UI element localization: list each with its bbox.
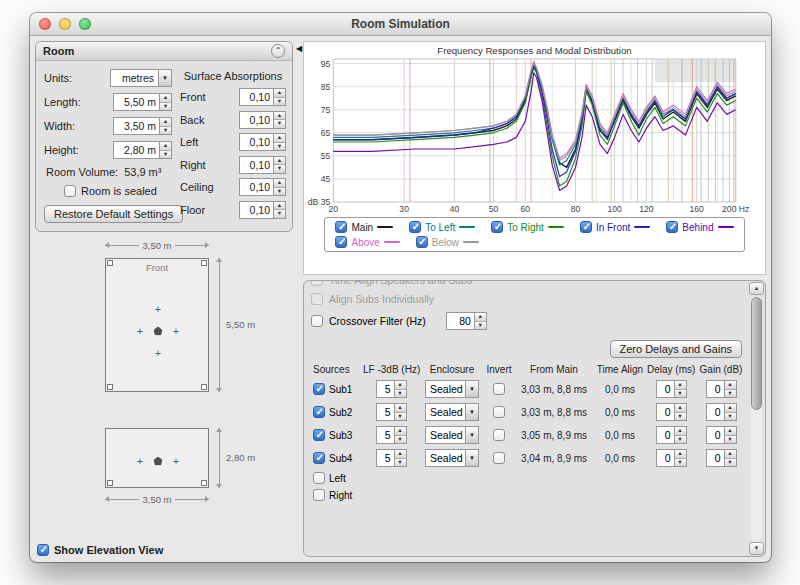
legend-checkbox-behind[interactable] bbox=[666, 221, 678, 233]
sub3-delay-spinner-increment-icon[interactable]: ▲ bbox=[675, 427, 686, 436]
sub4-gain-spinner-decrement-icon[interactable]: ▼ bbox=[725, 459, 736, 467]
minimize-button[interactable] bbox=[59, 18, 71, 30]
sub1-gain-spinner-value[interactable]: 0 bbox=[706, 380, 724, 398]
frequency-response-chart[interactable]: 958575655545dB 3520304050608010012016020… bbox=[306, 44, 763, 214]
sub2-enclosure-combo[interactable]: Sealed▼ bbox=[425, 403, 479, 421]
sub4-invert-checkbox[interactable] bbox=[493, 452, 505, 464]
absorption-right-spinner-decrement-icon[interactable]: ▼ bbox=[274, 165, 285, 173]
sub1-lf-spinner-decrement-icon[interactable]: ▼ bbox=[395, 390, 406, 398]
position-marker[interactable]: + bbox=[173, 326, 179, 337]
room-height-spinner-value[interactable]: 2,80 m bbox=[113, 141, 159, 159]
collapse-panel-icon[interactable]: ⌃ bbox=[271, 44, 285, 58]
legend-checkbox-in-front[interactable] bbox=[580, 221, 592, 233]
corner-handle[interactable] bbox=[201, 384, 207, 390]
room-width-spinner-decrement-icon[interactable]: ▼ bbox=[160, 127, 171, 135]
crossover-filter-spinner-increment-icon[interactable]: ▲ bbox=[475, 313, 486, 322]
legend-checkbox-below[interactable] bbox=[416, 236, 428, 248]
show-elevation-checkbox[interactable] bbox=[37, 544, 49, 556]
sub3-gain-spinner-value[interactable]: 0 bbox=[706, 426, 724, 444]
corner-handle[interactable] bbox=[201, 480, 207, 486]
speaker-icon[interactable] bbox=[154, 457, 163, 466]
left-checkbox[interactable] bbox=[313, 472, 325, 484]
room-height-spinner-increment-icon[interactable]: ▲ bbox=[160, 142, 171, 151]
absorption-right-spinner-increment-icon[interactable]: ▲ bbox=[274, 157, 285, 166]
sub1-gain-spinner-decrement-icon[interactable]: ▼ bbox=[725, 390, 736, 398]
room-width-spinner-increment-icon[interactable]: ▲ bbox=[160, 118, 171, 127]
chevron-down-icon[interactable]: ▼ bbox=[158, 69, 172, 87]
absorption-floor-spinner-decrement-icon[interactable]: ▼ bbox=[274, 210, 285, 218]
sub2-gain-spinner-decrement-icon[interactable]: ▼ bbox=[725, 413, 736, 421]
chevron-down-icon[interactable]: ▼ bbox=[465, 403, 479, 421]
chevron-down-icon[interactable]: ▼ bbox=[465, 426, 479, 444]
room-length-spinner-decrement-icon[interactable]: ▼ bbox=[160, 103, 171, 111]
absorption-ceiling-spinner-decrement-icon[interactable]: ▼ bbox=[274, 188, 285, 196]
sub2-checkbox[interactable] bbox=[313, 406, 325, 418]
sub2-gain-spinner-value[interactable]: 0 bbox=[706, 403, 724, 421]
sub4-delay-spinner-value[interactable]: 0 bbox=[656, 449, 674, 467]
sub4-delay-spinner-decrement-icon[interactable]: ▼ bbox=[675, 459, 686, 467]
sub4-lf-spinner-decrement-icon[interactable]: ▼ bbox=[395, 459, 406, 467]
scrollbar-thumb[interactable] bbox=[751, 297, 762, 410]
corner-handle[interactable] bbox=[201, 260, 207, 266]
absorption-back-spinner-increment-icon[interactable]: ▲ bbox=[274, 112, 285, 121]
legend-checkbox-to-right[interactable] bbox=[491, 221, 503, 233]
sub1-lf-spinner-increment-icon[interactable]: ▲ bbox=[395, 381, 406, 390]
legend-checkbox-to-left[interactable] bbox=[409, 221, 421, 233]
room-width-spinner-value[interactable]: 3,50 m bbox=[113, 117, 159, 135]
zero-delays-gains-button[interactable]: Zero Delays and Gains bbox=[610, 340, 743, 358]
restore-defaults-button[interactable]: Restore Default Settings bbox=[44, 205, 183, 223]
room-panel-header[interactable]: Room ⌃ bbox=[36, 42, 292, 61]
sub3-delay-spinner-value[interactable]: 0 bbox=[656, 426, 674, 444]
sub4-lf-spinner-increment-icon[interactable]: ▲ bbox=[395, 450, 406, 459]
sub4-delay-spinner-increment-icon[interactable]: ▲ bbox=[675, 450, 686, 459]
sub4-checkbox[interactable] bbox=[313, 452, 325, 464]
sub1-checkbox[interactable] bbox=[313, 383, 325, 395]
corner-handle[interactable] bbox=[107, 260, 113, 266]
splitter-collapse-arrow[interactable]: ◀ bbox=[296, 44, 302, 53]
sub2-lf-spinner-value[interactable]: 5 bbox=[376, 403, 394, 421]
sub1-lf-spinner-value[interactable]: 5 bbox=[376, 380, 394, 398]
sub1-enclosure-combo[interactable]: Sealed▼ bbox=[425, 380, 479, 398]
sub3-enclosure-combo-value[interactable]: Sealed bbox=[425, 426, 465, 444]
chevron-down-icon[interactable]: ▼ bbox=[465, 380, 479, 398]
absorption-front-spinner-value[interactable]: 0,10 bbox=[239, 88, 273, 106]
sub4-gain-spinner-increment-icon[interactable]: ▲ bbox=[725, 450, 736, 459]
corner-handle[interactable] bbox=[107, 480, 113, 486]
corner-handle[interactable] bbox=[107, 384, 113, 390]
sub4-gain-spinner-value[interactable]: 0 bbox=[706, 449, 724, 467]
absorption-front-spinner-decrement-icon[interactable]: ▼ bbox=[274, 98, 285, 106]
crossover-filter-spinner-value[interactable]: 80 bbox=[446, 312, 474, 330]
scrollbar-track[interactable] bbox=[751, 296, 762, 541]
sub4-enclosure-combo[interactable]: Sealed▼ bbox=[425, 449, 479, 467]
sub1-delay-spinner-decrement-icon[interactable]: ▼ bbox=[675, 390, 686, 398]
sub1-gain-spinner-increment-icon[interactable]: ▲ bbox=[725, 381, 736, 390]
sub2-enclosure-combo-value[interactable]: Sealed bbox=[425, 403, 465, 421]
titlebar[interactable]: Room Simulation bbox=[30, 13, 771, 36]
right-checkbox[interactable] bbox=[313, 489, 325, 501]
absorption-left-spinner-decrement-icon[interactable]: ▼ bbox=[274, 143, 285, 151]
scroll-down-icon[interactable]: ▼ bbox=[749, 542, 764, 555]
chevron-down-icon[interactable]: ▼ bbox=[465, 449, 479, 467]
absorption-floor-spinner-increment-icon[interactable]: ▲ bbox=[274, 202, 285, 211]
absorption-back-spinner-decrement-icon[interactable]: ▼ bbox=[274, 120, 285, 128]
sub3-delay-spinner-decrement-icon[interactable]: ▼ bbox=[675, 436, 686, 444]
sub2-lf-spinner-decrement-icon[interactable]: ▼ bbox=[395, 413, 406, 421]
elevation-view[interactable]: + + bbox=[105, 428, 209, 488]
plan-view[interactable]: Front + + + + bbox=[105, 258, 209, 392]
sub4-lf-spinner-value[interactable]: 5 bbox=[376, 449, 394, 467]
sub3-gain-spinner-decrement-icon[interactable]: ▼ bbox=[725, 436, 736, 444]
scroll-up-icon[interactable]: ▲ bbox=[749, 282, 764, 295]
absorption-back-spinner-value[interactable]: 0,10 bbox=[239, 111, 273, 129]
sub2-delay-spinner-value[interactable]: 0 bbox=[656, 403, 674, 421]
room-length-spinner-value[interactable]: 5,50 m bbox=[113, 93, 159, 111]
sub3-enclosure-combo[interactable]: Sealed▼ bbox=[425, 426, 479, 444]
absorption-left-spinner-increment-icon[interactable]: ▲ bbox=[274, 134, 285, 143]
sub2-lf-spinner-increment-icon[interactable]: ▲ bbox=[395, 404, 406, 413]
sub3-invert-checkbox[interactable] bbox=[493, 429, 505, 441]
absorption-floor-spinner-value[interactable]: 0,10 bbox=[239, 201, 273, 219]
sub3-checkbox[interactable] bbox=[313, 429, 325, 441]
position-marker[interactable]: + bbox=[173, 456, 179, 467]
sub2-invert-checkbox[interactable] bbox=[493, 406, 505, 418]
room-sealed-checkbox[interactable] bbox=[64, 185, 76, 197]
position-marker[interactable]: + bbox=[137, 456, 143, 467]
